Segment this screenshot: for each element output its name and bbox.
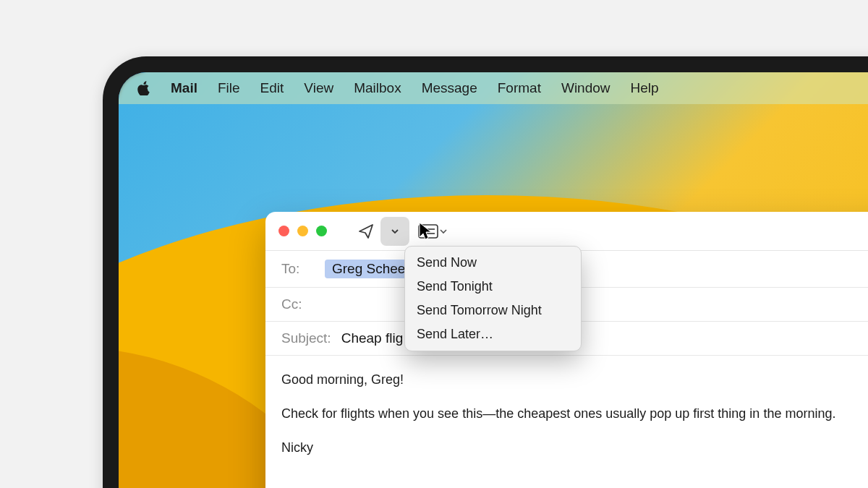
subject-label: Subject: — [281, 330, 331, 346]
menu-item-send-now[interactable]: Send Now — [405, 251, 581, 275]
minimize-button[interactable] — [297, 226, 308, 236]
zoom-button[interactable] — [316, 226, 327, 236]
svg-rect-0 — [419, 225, 438, 238]
send-button[interactable] — [352, 217, 380, 246]
send-later-menu: Send Now Send Tonight Send Tomorrow Nigh… — [404, 246, 582, 351]
compose-toolbar — [265, 212, 868, 251]
header-fields-button[interactable] — [414, 217, 443, 246]
menubar-item-message[interactable]: Message — [422, 80, 477, 96]
body-signature: Nicky — [281, 438, 868, 458]
close-button[interactable] — [278, 226, 289, 236]
chevron-down-icon — [391, 227, 399, 236]
menubar-item-window[interactable]: Window — [561, 80, 610, 96]
chevron-down-icon[interactable] — [440, 228, 447, 235]
menubar-item-mailbox[interactable]: Mailbox — [354, 80, 401, 96]
menu-item-send-tomorrow-night[interactable]: Send Tomorrow Night — [405, 299, 581, 322]
recipient-chip[interactable]: Greg Scheer — [325, 260, 417, 278]
menubar-app-name[interactable]: Mail — [171, 80, 197, 96]
body-line: Check for flights when you see this—the … — [281, 404, 868, 424]
subject-value: Cheap flig — [341, 330, 404, 346]
paperplane-icon — [357, 223, 375, 240]
send-later-button[interactable] — [380, 217, 409, 246]
message-body[interactable]: Good morning, Greg! Check for flights wh… — [265, 356, 868, 487]
stage: Mail File Edit View Mailbox Message Form… — [0, 0, 868, 488]
apple-menu-icon[interactable] — [137, 81, 150, 95]
to-label: To: — [281, 261, 315, 277]
menubar-item-help[interactable]: Help — [631, 80, 659, 96]
menubar-item-view[interactable]: View — [304, 80, 333, 96]
menubar-item-format[interactable]: Format — [498, 80, 541, 96]
window-controls — [278, 226, 327, 236]
desktop-screen: Mail File Edit View Mailbox Message Form… — [119, 72, 868, 488]
laptop-bezel: Mail File Edit View Mailbox Message Form… — [103, 56, 868, 488]
list-rect-icon — [418, 224, 438, 239]
body-line: Good morning, Greg! — [281, 370, 868, 390]
menu-item-send-tonight[interactable]: Send Tonight — [405, 275, 581, 299]
menubar: Mail File Edit View Mailbox Message Form… — [119, 72, 868, 104]
menu-item-send-later[interactable]: Send Later… — [405, 322, 581, 346]
cc-label: Cc: — [281, 296, 315, 312]
menubar-item-edit[interactable]: Edit — [260, 80, 284, 96]
menubar-item-file[interactable]: File — [218, 80, 240, 96]
